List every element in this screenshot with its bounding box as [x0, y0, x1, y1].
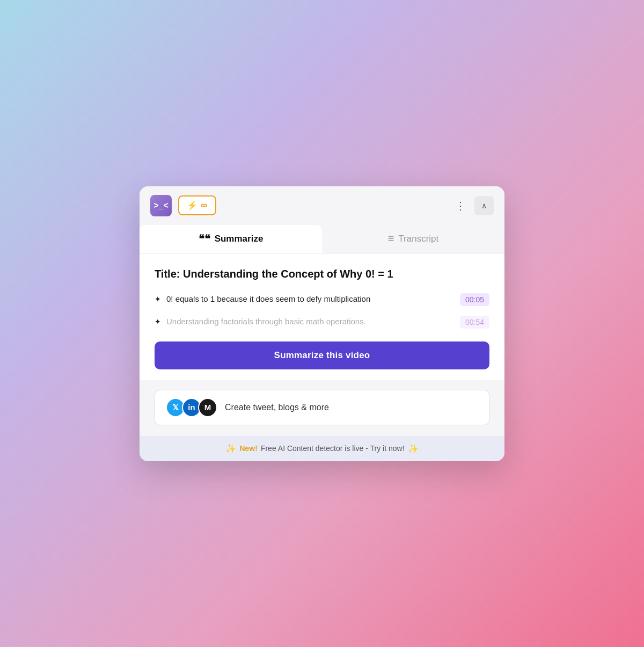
- infinity-icon: ∞: [201, 200, 208, 211]
- social-bar[interactable]: 𝕏 in M Create tweet, blogs & more: [155, 390, 489, 425]
- summary-item: ✦ 0! equals to 1 because it does seem to…: [155, 293, 489, 306]
- header-left: >_< ⚡ ∞: [150, 195, 216, 216]
- new-badge: New!: [239, 444, 257, 453]
- tab-transcript[interactable]: ≡ Transcript: [322, 225, 504, 253]
- card-footer: ✨ New! Free AI Content detector is live …: [140, 436, 504, 461]
- social-bar-text: Create tweet, blogs & more: [225, 403, 329, 412]
- card-header: >_< ⚡ ∞ ⋮ ∧: [140, 186, 504, 225]
- power-badge-button[interactable]: ⚡ ∞: [178, 195, 216, 215]
- summary-text-1: 0! equals to 1 because it does seem to d…: [166, 293, 370, 306]
- video-title: Title: Understanding the Concept of Why …: [155, 266, 489, 281]
- timestamp-2[interactable]: 00:54: [460, 316, 489, 329]
- social-icons-group: 𝕏 in M: [166, 398, 217, 417]
- summarize-tab-icon: ❝❝: [199, 232, 210, 245]
- card-body: Title: Understanding the Concept of Why …: [140, 253, 504, 380]
- summary-item-left-2: ✦ Understanding factorials through basic…: [155, 316, 453, 328]
- summary-item-left-1: ✦ 0! equals to 1 because it does seem to…: [155, 293, 453, 306]
- collapse-button[interactable]: ∧: [474, 196, 494, 215]
- tab-summarize[interactable]: ❝❝ Summarize: [140, 225, 322, 253]
- summary-item-2: ✦ Understanding factorials through basic…: [155, 316, 489, 329]
- lightning-icon: ⚡: [187, 200, 197, 210]
- timestamp-1[interactable]: 00:05: [460, 293, 489, 306]
- summary-text-2: Understanding factorials through basic m…: [166, 316, 366, 328]
- header-right: ⋮ ∧: [451, 196, 494, 215]
- more-options-button[interactable]: ⋮: [451, 196, 470, 215]
- transcript-tab-icon: ≡: [388, 232, 394, 245]
- medium-icon: M: [198, 398, 217, 417]
- logo-icon: >_<: [150, 195, 172, 216]
- tab-bar: ❝❝ Summarize ≡ Transcript: [140, 225, 504, 253]
- footer-message: Free AI Content detector is live - Try i…: [261, 444, 405, 453]
- sparkle-left-icon: ✨: [225, 444, 236, 454]
- summary-list: ✦ 0! equals to 1 because it does seem to…: [155, 293, 489, 329]
- diamond-icon-2: ✦: [155, 317, 161, 326]
- diamond-icon-1: ✦: [155, 295, 161, 303]
- summarize-video-button[interactable]: Summarize this video: [155, 341, 489, 369]
- main-card: >_< ⚡ ∞ ⋮ ∧ ❝❝ Summarize ≡ Transcript: [140, 186, 504, 461]
- sparkle-right-icon: ✨: [408, 444, 419, 454]
